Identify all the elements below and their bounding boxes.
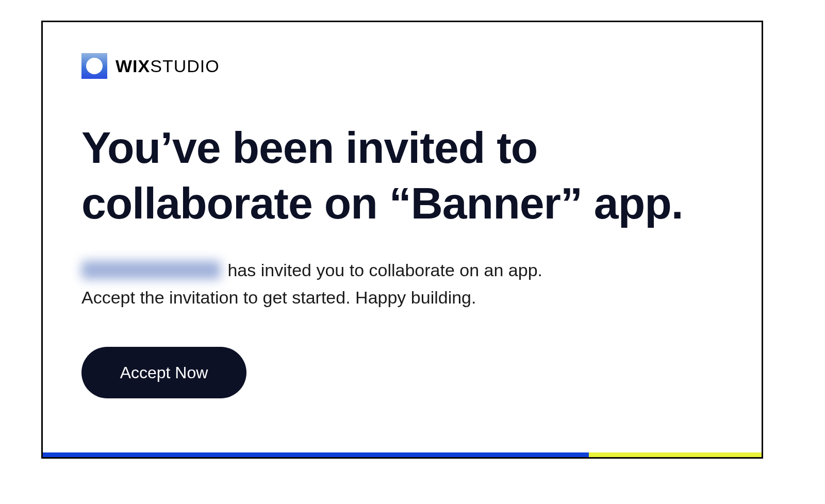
logo-text-wix: WIX <box>116 56 150 76</box>
inviter-email-redacted <box>81 261 221 279</box>
wix-studio-logo-icon <box>81 53 107 79</box>
wix-studio-logo-text: WIXSTUDIO <box>116 56 220 76</box>
footer-stripe <box>43 452 762 457</box>
logo-text-studio: STUDIO <box>150 56 219 76</box>
invitation-email-card: WIXSTUDIO You’ve been invited to collabo… <box>41 21 763 459</box>
invitation-headline: You’ve been invited to collaborate on “B… <box>81 120 700 231</box>
footer-stripe-yellow <box>589 452 762 457</box>
accept-now-button[interactable]: Accept Now <box>81 347 246 398</box>
body-line1-tail: has invited you to collaborate on an app… <box>223 260 542 280</box>
invitation-body: has invited you to collaborate on an app… <box>81 257 723 311</box>
footer-stripe-blue <box>43 452 589 457</box>
brand-logo: WIXSTUDIO <box>81 53 723 79</box>
body-line2: Accept the invitation to get started. Ha… <box>81 288 476 307</box>
